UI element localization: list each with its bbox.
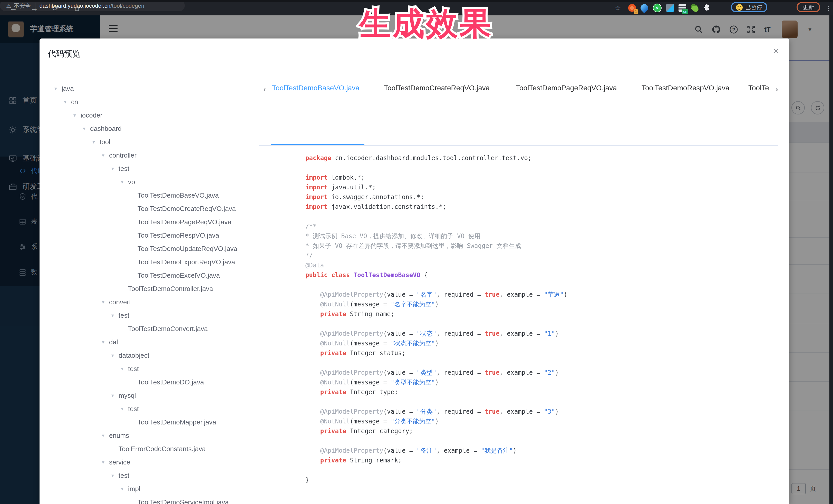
browser-tabstrip-edge [0, 0, 833, 2]
code-viewer[interactable]: package cn.iocoder.dashboard.modules.too… [305, 153, 567, 485]
tree-folder-row[interactable]: ▾test [40, 402, 260, 415]
tree-expand-icon[interactable]: ▾ [121, 486, 128, 491]
grid-extension-icon[interactable] [666, 4, 674, 11]
tree-file-row[interactable]: ToolTestDemoMapper.java [40, 415, 260, 429]
tree-file-row[interactable]: ToolTestDemoCreateReqVO.java [40, 202, 260, 215]
tree-folder-row[interactable]: ▾dal [40, 335, 260, 349]
tree-file-row[interactable]: ToolTestDemoConvert.java [40, 322, 260, 335]
puzzle-extension-icon[interactable] [703, 4, 711, 11]
file-tab[interactable]: ToolTestDemoBaseVO.java [272, 83, 359, 92]
close-icon[interactable]: × [770, 46, 782, 57]
tree-expand-icon[interactable]: ▾ [102, 459, 109, 465]
drop-extension-icon[interactable] [639, 2, 650, 13]
ubuntu-extension-icon[interactable]: 1 [628, 4, 636, 11]
bookmark-star-icon[interactable]: ☆ [612, 2, 624, 15]
tree-expand-icon[interactable]: ▾ [111, 473, 119, 478]
code-token: @ApiModelProperty [320, 447, 383, 454]
tree-expand-icon[interactable]: ▾ [102, 152, 109, 158]
tree-folder-row[interactable]: ▾test [40, 469, 260, 482]
tree-expand-icon[interactable]: ▾ [111, 312, 119, 318]
code-token: private [320, 311, 346, 318]
code-token: import [305, 193, 328, 201]
sprout-extension-icon[interactable] [691, 4, 698, 11]
tree-folder-label: service [109, 458, 130, 466]
tree-expand-icon[interactable]: ▾ [83, 125, 90, 131]
tree-folder-label: enums [109, 431, 129, 439]
tree-expand-icon[interactable]: ▾ [102, 432, 109, 438]
tree-folder-row[interactable]: ▾cn [40, 95, 260, 108]
browser-reload-button[interactable]: ⟳ [49, 2, 62, 15]
tree-expand-icon[interactable]: ▾ [73, 112, 80, 118]
browser-forward-button[interactable]: → [28, 2, 41, 15]
tree-folder-row[interactable]: ▾enums [40, 429, 260, 442]
list-extension-icon[interactable]: on [679, 4, 686, 11]
tree-file-row[interactable]: ToolTestDemoPageReqVO.java [40, 215, 260, 229]
tree-file-label: ToolTestDemoController.java [128, 285, 213, 292]
tree-file-label: ToolTestDemoExcelVO.java [138, 271, 220, 279]
tree-expand-icon[interactable]: ▾ [92, 139, 100, 144]
tree-folder-row[interactable]: ▾dataobject [40, 349, 260, 362]
tree-file-row[interactable]: ToolTestDemoExportReqVO.java [40, 255, 260, 268]
tree-folder-row[interactable]: ▾dashboard [40, 122, 260, 135]
code-token: , required = [436, 369, 484, 376]
file-tab[interactable]: ToolTestDemoRespVO.java [642, 83, 729, 92]
tree-folder-row[interactable]: ▾mysql [40, 388, 260, 402]
tree-folder-row[interactable]: ▾tool [40, 135, 260, 148]
tree-expand-icon[interactable]: ▾ [102, 299, 109, 305]
tree-folder-row[interactable]: ▾controller [40, 148, 260, 162]
tree-expand-icon[interactable]: ▾ [121, 406, 128, 411]
code-token [305, 379, 320, 386]
code-token: Integer type; [346, 388, 398, 396]
profile-paused-chip[interactable]: 已暂停 [731, 2, 767, 12]
tree-folder-row[interactable]: ▾service [40, 455, 260, 469]
code-token [350, 271, 353, 279]
tree-expand-icon[interactable]: ▾ [121, 179, 128, 185]
code-token: } [305, 476, 309, 483]
browser-menu-icon[interactable]: ⋮ [822, 2, 833, 15]
file-tab[interactable]: ToolTestDemoCreateReqVO.java [384, 83, 490, 92]
tree-expand-icon[interactable]: ▾ [111, 166, 119, 171]
browser-scrollbar[interactable] [829, 16, 833, 504]
tree-expand-icon[interactable]: ▾ [121, 366, 128, 371]
annotation-title-text: 生成效果 [359, 2, 493, 45]
tree-folder-row[interactable]: ▾iocoder [40, 108, 260, 122]
code-token: "名字不能为空" [390, 301, 435, 308]
code-token: (message = [350, 340, 390, 347]
tree-expand-icon[interactable]: ▾ [111, 352, 119, 358]
file-tab[interactable]: ToolTe [748, 83, 770, 92]
tree-expand-icon[interactable]: ▾ [54, 86, 62, 91]
tree-folder-row[interactable]: ▾vo [40, 175, 260, 188]
tree-folder-row[interactable]: ▾convert [40, 295, 260, 309]
browser-update-button[interactable]: 更新 [796, 2, 820, 12]
extension-icons: 1 v on [628, 2, 711, 13]
code-token: public [305, 271, 328, 279]
tabs-prev-icon[interactable]: ‹ [263, 85, 266, 93]
green-check-extension-icon[interactable]: v [653, 3, 662, 12]
tree-file-row[interactable]: ToolTestDemoUpdateReqVO.java [40, 242, 260, 255]
tree-expand-icon[interactable]: ▾ [64, 99, 71, 104]
tree-file-row[interactable]: ToolTestDemoDO.java [40, 375, 260, 388]
tree-folder-row[interactable]: ▾impl [40, 482, 260, 495]
tree-folder-row[interactable]: ▾test [40, 309, 260, 322]
tree-folder-label: vo [128, 178, 135, 186]
tree-file-row[interactable]: ToolErrorCodeConstants.java [40, 442, 260, 455]
tabs-next-icon[interactable]: › [776, 85, 778, 93]
tree-folder-label: dashboard [90, 124, 122, 132]
code-token: @ApiModelProperty [320, 369, 383, 376]
tree-file-row[interactable]: ToolTestDemoBaseVO.java [40, 188, 260, 202]
tree-file-row[interactable]: ToolTestDemoController.java [40, 282, 260, 295]
code-token: ) [513, 447, 517, 454]
tree-folder-label: test [119, 165, 129, 172]
tree-file-row[interactable]: ToolTestDemoServiceImpl.java [40, 495, 260, 504]
tree-expand-icon[interactable]: ▾ [102, 339, 109, 345]
code-token: (value = [383, 291, 416, 298]
tree-file-row[interactable]: ToolTestDemoExcelVO.java [40, 268, 260, 282]
browser-home-button[interactable]: ⌂ [71, 2, 83, 15]
tree-folder-row[interactable]: ▾test [40, 362, 260, 375]
browser-back-button[interactable]: ← [7, 2, 20, 15]
tree-expand-icon[interactable]: ▾ [111, 392, 119, 398]
file-tab[interactable]: ToolTestDemoPageReqVO.java [516, 83, 617, 92]
tree-folder-row[interactable]: ▾test [40, 162, 260, 175]
tree-folder-row[interactable]: ▾java [40, 81, 260, 95]
tree-file-row[interactable]: ToolTestDemoRespVO.java [40, 229, 260, 242]
